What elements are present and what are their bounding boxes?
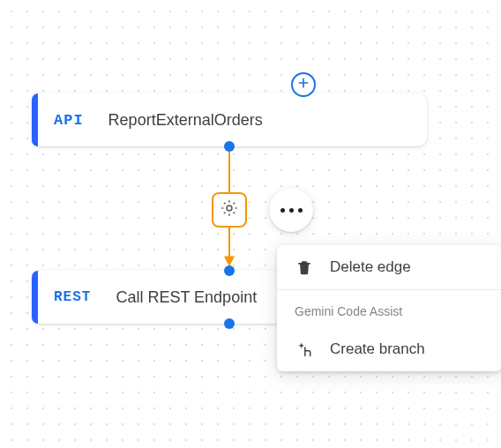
trash-icon <box>295 258 314 277</box>
node-tag-rest: REST <box>54 289 91 305</box>
node-title-api: ReportExternalOrders <box>108 111 263 130</box>
edge-more-button[interactable] <box>269 188 313 232</box>
node-title-rest: Call REST Endpoint <box>116 288 257 307</box>
node-tag-api: API <box>54 112 84 129</box>
svg-point-2 <box>227 205 232 211</box>
node-api[interactable]: API ReportExternalOrders <box>32 93 427 146</box>
edge-settings-button[interactable] <box>212 192 247 228</box>
port-rest-out[interactable] <box>224 318 235 329</box>
add-node-button[interactable] <box>291 72 316 97</box>
port-rest-in[interactable] <box>224 265 235 276</box>
node-accent <box>32 271 38 324</box>
port-api-out[interactable] <box>224 141 235 152</box>
more-horizontal-icon <box>280 208 303 213</box>
gear-icon <box>220 198 239 221</box>
menu-item-create-branch[interactable]: Create branch <box>277 327 501 371</box>
edge-layer <box>0 0 501 448</box>
menu-item-label: Delete edge <box>330 258 411 276</box>
edge-context-menu: Delete edge Gemini Code Assist Create br… <box>277 245 501 371</box>
plus-icon <box>296 76 310 93</box>
menu-item-label: Create branch <box>330 340 425 358</box>
menu-item-delete-edge[interactable]: Delete edge <box>277 245 501 289</box>
menu-section-header: Gemini Code Assist <box>277 290 501 327</box>
node-accent <box>32 93 38 146</box>
sparkle-branch-icon <box>295 340 314 359</box>
